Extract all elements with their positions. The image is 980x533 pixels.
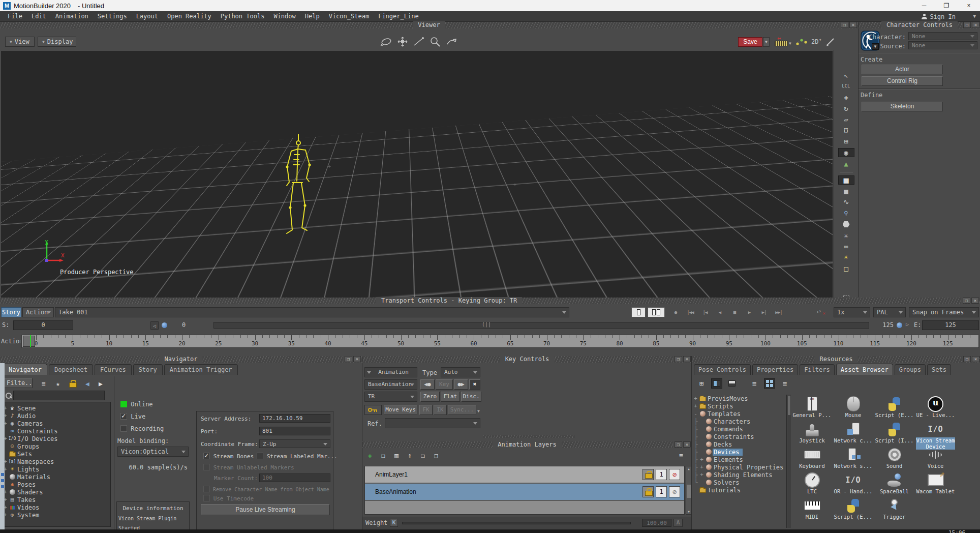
asset-trigger[interactable]: Trigger [874, 496, 915, 522]
next-key-button[interactable]: ●▶ [454, 379, 468, 390]
go-to-start-button[interactable]: |◀ [699, 307, 711, 317]
horizontal-split-icon[interactable] [726, 378, 738, 389]
define-skeleton-button[interactable]: Skeleton [862, 102, 943, 111]
asset-general-p[interactable]: General P... [791, 395, 833, 420]
frame-format-dropdown[interactable]: PAL [873, 307, 906, 317]
coordinate-frame-dropdown[interactable]: Z-Up [259, 439, 330, 448]
stream-unlabeled-checkbox[interactable] [203, 464, 210, 470]
animation-mode-dropdown[interactable]: Animation [364, 367, 417, 377]
menu-settings[interactable]: Settings [93, 11, 132, 22]
asset-mouse[interactable]: Mouse [833, 395, 874, 420]
nav-tree-item-videos[interactable]: +Videos [3, 504, 110, 511]
key-mode-button[interactable] [364, 405, 382, 415]
search-input[interactable] [13, 391, 105, 400]
discontinuity-button[interactable]: Disc. [461, 392, 481, 402]
model-binding-dropdown[interactable]: Vicon:Optical [117, 447, 189, 457]
snap-tool[interactable]: Ω [838, 126, 854, 135]
navigator-float-button[interactable]: ❐ [345, 356, 352, 362]
expander-icon[interactable]: + [699, 456, 705, 463]
scroll-up-icon[interactable]: ▲ [686, 466, 691, 471]
create-control-rig-button[interactable]: Control Rig [862, 76, 943, 86]
snap-mode-dropdown[interactable]: Snap on Frames [909, 307, 979, 317]
asset-script-e[interactable]: Script (E... [874, 395, 915, 420]
animation-layers-close-button[interactable]: × [683, 441, 691, 448]
filter-button[interactable]: Filte... [3, 378, 33, 388]
nav-tree-item-sets[interactable]: Sets [3, 450, 110, 458]
spline-tool[interactable]: ∿ [838, 198, 854, 207]
move-keys-button[interactable]: Move Keys [384, 405, 417, 415]
next-take-button[interactable]: ▶▶| [773, 307, 784, 317]
menu-animation[interactable]: Animation [51, 11, 93, 22]
sync-button[interactable]: Sync... [448, 405, 476, 415]
close-button[interactable]: × [958, 0, 980, 11]
cube-primitive-tool[interactable]: ■ [838, 175, 854, 185]
previous-key-button[interactable]: ◀● [420, 379, 435, 390]
menu-file[interactable]: File [3, 11, 27, 22]
orbit-camera-icon[interactable] [379, 36, 393, 48]
marker-count-field[interactable]: 100 [259, 473, 330, 482]
menu-finger-line[interactable]: Finger_Line [374, 11, 423, 22]
live-checkbox[interactable] [120, 413, 127, 420]
timeline-ruler[interactable]: 0510152025303540455055606570758085909510… [21, 335, 979, 348]
viewer-close-button[interactable]: × [849, 22, 857, 28]
cube-small-primitive-tool[interactable]: ■ [838, 187, 854, 196]
resources-float-button[interactable]: ❐ [963, 356, 971, 362]
playhead[interactable] [30, 335, 31, 348]
sync-caret-icon[interactable]: ▼ [477, 409, 480, 413]
weight-auto-button[interactable]: A [673, 519, 683, 527]
character-controls-close-button[interactable]: × [972, 22, 979, 28]
layer-row-animlayer1[interactable]: AnimLayer11⊘ [365, 466, 684, 484]
resources-tab-properties[interactable]: Properties [752, 364, 798, 375]
timeline-scroll-track[interactable] [213, 322, 869, 329]
play-reverse-button[interactable]: ◀ [714, 307, 725, 317]
transport-close-button[interactable]: × [971, 298, 979, 304]
create-actor-button[interactable]: Actor [862, 65, 943, 74]
expander-icon[interactable]: - [693, 410, 698, 417]
camera-manipulation-tool[interactable]: ◉ [838, 148, 854, 157]
polygon-tool[interactable] [838, 220, 854, 229]
key-controls-float-button[interactable]: ❐ [675, 356, 682, 362]
menu-layout[interactable]: Layout [132, 11, 163, 22]
rotate-tool[interactable]: ↻ [838, 104, 854, 113]
nav-tree-item-cameras[interactable]: +◉Cameras [3, 420, 110, 427]
layer-row-baseanimation[interactable]: BaseAnimation1⊘ [365, 484, 684, 501]
add-layer-button[interactable]: ✚ [365, 451, 375, 460]
resources-close-button[interactable]: × [972, 356, 979, 362]
fk-button[interactable]: FK [419, 405, 433, 415]
nav-tree-item-i-o-devices[interactable]: +I/OI/O Devices [3, 435, 110, 442]
delete-layer-button[interactable]: ▥ [392, 451, 401, 460]
navigator-tab-dopesheet[interactable]: Dopesheet [49, 364, 93, 375]
keying-group-dropdown[interactable]: TR [364, 392, 417, 402]
mocap-skeleton[interactable] [280, 133, 324, 238]
nav-tree-item-constraints[interactable]: ∞Constraints [3, 427, 110, 435]
cone-marker-tool[interactable]: ▲ [838, 159, 854, 168]
go-to-end-button[interactable]: ▶| [758, 307, 770, 317]
zoom-camera-icon[interactable] [428, 36, 442, 48]
record-button[interactable]: ● [670, 307, 681, 317]
translate-tool[interactable]: ✚ [838, 93, 854, 102]
character-select[interactable]: None [908, 32, 977, 40]
layer-lock-button[interactable] [642, 469, 654, 480]
menu-python-tools[interactable]: Python Tools [216, 11, 269, 22]
details-view-icon[interactable]: ≡ [779, 378, 790, 389]
pause-live-streaming-button[interactable]: Pause Live Streaming [201, 504, 330, 515]
start-frame-field[interactable]: 0 [13, 320, 73, 330]
jog-right-button[interactable]: ▷ [906, 321, 909, 327]
res-tree-item-elements[interactable]: ├+Elements [693, 456, 785, 463]
use-timecode-checkbox[interactable] [203, 495, 210, 501]
lcl-gbl-toggle[interactable]: LCL [838, 82, 854, 91]
res-tree-item-physical-properties[interactable]: ├+Physical Properties [693, 463, 785, 471]
nav-tree-item-materials[interactable]: Materials [3, 473, 110, 481]
stream-bones-checkbox[interactable] [203, 453, 210, 459]
source-select[interactable]: None [908, 41, 977, 49]
asset-script-i[interactable]: Script (I... [874, 420, 915, 446]
nav-tree-item-scene[interactable]: +♛Scene [3, 404, 110, 412]
optical-tool[interactable]: ∞ [838, 242, 854, 251]
2d-draw-icon[interactable]: 2D [811, 38, 821, 45]
key-type-dropdown[interactable]: Auto [441, 367, 480, 377]
menu-vicon-steam[interactable]: Vicon_Steam [324, 11, 374, 22]
favorites-star-icon[interactable]: ★ [53, 379, 63, 388]
save-options-caret-icon[interactable]: ▼ [763, 37, 770, 47]
vertical-split-icon[interactable] [711, 378, 722, 389]
restore-button[interactable]: ❐ [935, 0, 958, 11]
